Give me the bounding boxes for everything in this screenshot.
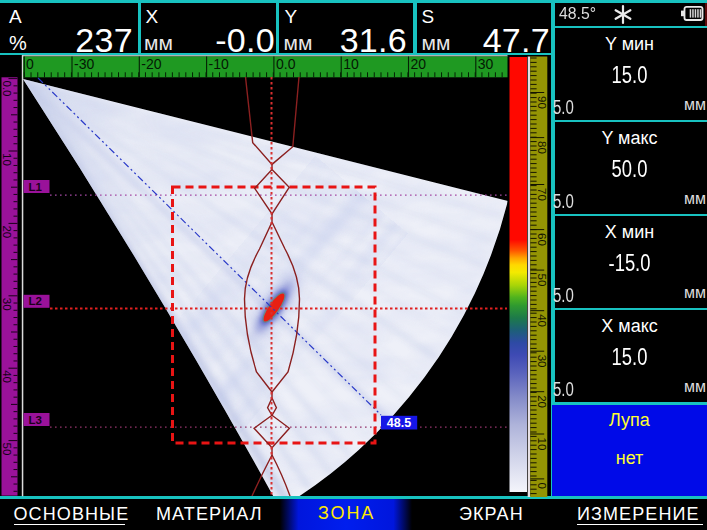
svg-text:L3: L3	[29, 414, 42, 426]
svg-text:20: 20	[1, 225, 13, 238]
svg-text:0.0: 0.0	[276, 56, 296, 72]
svg-text:80: 80	[536, 141, 548, 154]
svg-text:20: 20	[411, 56, 427, 72]
svg-text:L1: L1	[29, 181, 43, 193]
svg-text:70: 70	[536, 188, 548, 201]
svg-text:60: 60	[536, 233, 548, 246]
svg-text:30: 30	[536, 355, 548, 368]
svg-text:10: 10	[536, 438, 548, 451]
svg-text:-20: -20	[141, 56, 161, 72]
svg-text:40: 40	[1, 370, 13, 383]
svg-text:L2: L2	[29, 295, 42, 307]
svg-text:30: 30	[478, 56, 494, 72]
svg-text:50: 50	[1, 443, 13, 456]
svg-text:30: 30	[1, 298, 13, 311]
svg-text:40: 40	[536, 314, 548, 327]
svg-text:50: 50	[536, 274, 548, 287]
svg-text:-30: -30	[74, 56, 94, 72]
svg-text:-10: -10	[209, 56, 229, 72]
svg-text:10: 10	[1, 153, 13, 166]
svg-text:48.5: 48.5	[387, 416, 411, 430]
svg-text:0: 0	[26, 56, 34, 72]
svg-text:90: 90	[536, 96, 548, 109]
svg-text:10: 10	[343, 56, 359, 72]
svg-text:0.0: 0.0	[1, 81, 13, 97]
svg-text:20: 20	[536, 395, 548, 408]
svg-text:0: 0	[536, 482, 548, 488]
